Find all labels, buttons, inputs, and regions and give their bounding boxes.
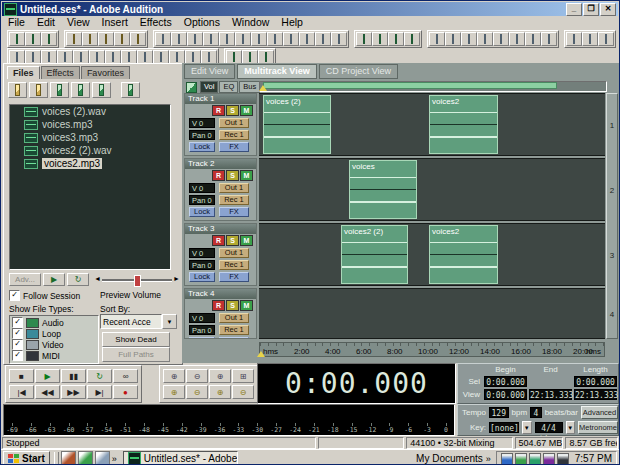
key-dropdown-arrow-icon[interactable]: ▼ xyxy=(522,421,532,434)
record-device-button[interactable]: Rec 1 xyxy=(219,325,249,335)
session-properties-button[interactable] xyxy=(9,50,25,64)
timeline-ruler[interactable]: hms2:004:006:008:0010:0012:0014:0016:001… xyxy=(259,342,605,357)
volume-field[interactable]: V 0 xyxy=(189,248,215,258)
track-lane-2[interactable]: voices xyxy=(259,158,605,221)
record-button[interactable]: R xyxy=(212,105,225,116)
menu-edit[interactable]: Edit xyxy=(31,16,61,29)
file-type-video[interactable]: ✓Video xyxy=(12,339,96,350)
menu-file[interactable]: File xyxy=(2,16,31,29)
lock-button[interactable]: Lock xyxy=(189,142,215,152)
volume-envelope-button[interactable] xyxy=(185,50,201,64)
time-field[interactable] xyxy=(529,376,572,387)
organizer-tab-files[interactable]: Files xyxy=(7,66,40,79)
marker-button[interactable] xyxy=(283,32,299,46)
file-list-item[interactable]: voices.mp3 xyxy=(10,118,170,131)
mute-button[interactable]: M xyxy=(240,105,253,116)
network-icon[interactable] xyxy=(529,453,541,465)
solo-button[interactable]: S xyxy=(226,235,239,246)
organizer-tab-effects[interactable]: Effects xyxy=(41,66,80,79)
menu-insert[interactable]: Insert xyxy=(96,16,134,29)
time-signature-dropdown[interactable]: 4/4 time xyxy=(535,422,563,433)
record-device-button[interactable]: Rec 1 xyxy=(219,195,249,205)
solo-button[interactable]: S xyxy=(226,170,239,181)
time-field[interactable]: 0:00.000 xyxy=(484,376,527,387)
help-button[interactable] xyxy=(258,50,274,64)
zoom-in-horizontal-button[interactable]: ⊕ xyxy=(163,385,185,399)
record-button[interactable]: ● xyxy=(113,385,138,399)
split-clip-button[interactable] xyxy=(251,32,267,46)
import-file-button[interactable] xyxy=(8,82,27,98)
zoom-out-horizontal-button[interactable]: ⊖ xyxy=(186,385,208,399)
fx-button[interactable]: FX xyxy=(219,272,249,282)
metronome-button[interactable]: Metronome xyxy=(578,421,618,434)
lock-button[interactable]: Lock xyxy=(189,337,215,339)
show-desktop-icon[interactable] xyxy=(95,451,110,465)
display-icon[interactable] xyxy=(501,453,513,465)
punch-in-button[interactable] xyxy=(226,50,242,64)
reverb-button[interactable] xyxy=(541,32,557,46)
loop-duplicate-button[interactable] xyxy=(153,50,169,64)
hybrid-tool-button[interactable] xyxy=(566,32,582,46)
close-button[interactable]: ✕ xyxy=(600,3,616,16)
copy-button[interactable] xyxy=(187,32,203,46)
paste-button[interactable] xyxy=(203,32,219,46)
zoom-to-selection-button[interactable]: ⊕ xyxy=(209,369,231,383)
modem-icon[interactable] xyxy=(557,453,569,465)
envelope-button[interactable] xyxy=(461,32,477,46)
repeat-command-button[interactable] xyxy=(171,32,187,46)
time-field[interactable]: 0:00.000 xyxy=(574,376,617,387)
minimize-button[interactable]: _ xyxy=(566,3,582,16)
time-selection-tool-button[interactable] xyxy=(582,32,598,46)
undo-button[interactable] xyxy=(155,32,171,46)
play-button[interactable]: ▶ xyxy=(35,369,60,383)
pan-field[interactable]: Pan 0 xyxy=(189,325,215,335)
record-button[interactable]: R xyxy=(212,300,225,311)
pan-field[interactable]: Pan 0 xyxy=(189,130,215,140)
convert-sample-type-button[interactable] xyxy=(267,32,283,46)
edit-view-button[interactable] xyxy=(9,32,25,46)
record-button[interactable]: R xyxy=(212,170,225,181)
level-meter[interactable]: -69-66-63-60-57-54-51-48-45-42-39-36-33-… xyxy=(3,404,455,436)
toolbar-chevron[interactable]: » xyxy=(486,454,491,464)
slider-right-arrow[interactable]: ► xyxy=(173,275,180,282)
snap-to-ruler-button[interactable] xyxy=(25,50,41,64)
mixtab-vol[interactable]: Vol xyxy=(200,81,218,93)
track-lane-4[interactable] xyxy=(259,288,605,339)
slider-thumb[interactable] xyxy=(134,275,141,287)
multitrack-view-button[interactable] xyxy=(25,32,41,46)
record-device-button[interactable]: Rec 1 xyxy=(219,260,249,270)
tab-cd-project-view[interactable]: CD Project View xyxy=(319,64,398,79)
task-button-audition[interactable]: Untitled.ses* - Adobe... xyxy=(123,451,238,465)
fast-forward-button[interactable]: ▶▶ xyxy=(61,385,86,399)
open-folder-button[interactable] xyxy=(29,82,48,98)
solo-button[interactable]: S xyxy=(226,105,239,116)
play-looped-button[interactable]: ↻ xyxy=(87,369,112,383)
audio-clip[interactable]: voices xyxy=(349,160,417,219)
track-lane-3[interactable]: voices2 (2)voices2 xyxy=(259,223,605,286)
audio-mixer-icon[interactable] xyxy=(515,453,527,465)
menu-window[interactable]: Window xyxy=(226,16,275,29)
mute-button[interactable]: M xyxy=(240,235,253,246)
time-field[interactable]: 0:00.000 xyxy=(484,389,527,400)
insert-into-cd-button[interactable] xyxy=(92,82,111,98)
fft-filter-button[interactable] xyxy=(477,32,493,46)
file-list-item[interactable]: voices2.mp3 xyxy=(10,157,170,170)
graphic-eq-button[interactable] xyxy=(493,32,509,46)
file-list-item[interactable]: voices2 (2).wav xyxy=(10,144,170,157)
title-bar[interactable]: Untitled.ses* - Adobe Audition _ ❐ ✕ xyxy=(2,2,618,16)
close-file-button[interactable] xyxy=(50,82,69,98)
save-session-button[interactable] xyxy=(114,32,130,46)
session-overview-bar[interactable] xyxy=(259,81,607,92)
zoom-in-vertical-button[interactable]: ⊕ xyxy=(209,385,231,399)
my-documents-toolbar[interactable]: My Documents xyxy=(416,453,483,464)
menu-view[interactable]: View xyxy=(61,16,96,29)
file-list[interactable]: voices (2).wavvoices.mp3voices3.mp3voice… xyxy=(9,104,171,270)
clip-color-button[interactable] xyxy=(105,50,121,64)
new-session-button[interactable] xyxy=(66,32,82,46)
menu-help[interactable]: Help xyxy=(275,16,309,29)
snap-to-zero-crossing-button[interactable] xyxy=(57,50,73,64)
zoom-out-vertical-button[interactable]: ⊖ xyxy=(232,385,254,399)
chevron-down-icon[interactable]: ▼ xyxy=(162,314,177,329)
lock-button[interactable]: Lock xyxy=(189,207,215,217)
organizer-tab-favorites[interactable]: Favorites xyxy=(81,66,130,79)
